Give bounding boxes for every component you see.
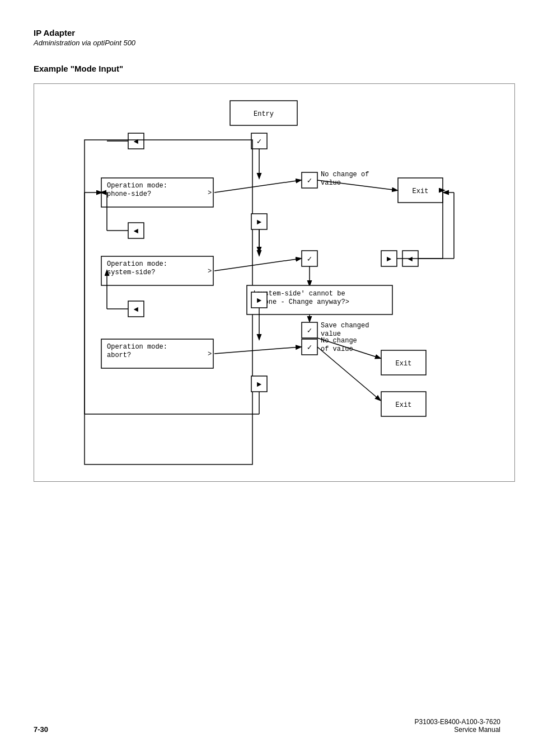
svg-text:system-side?: system-side?: [107, 269, 155, 276]
page-number: 7-30: [34, 725, 48, 734]
svg-text:✓: ✓: [307, 255, 312, 264]
svg-text:>: >: [208, 267, 212, 275]
svg-text:►: ►: [257, 296, 262, 305]
svg-text:►: ►: [257, 380, 262, 389]
svg-text:Exit: Exit: [396, 401, 412, 409]
svg-text:>: >: [208, 189, 212, 197]
svg-text:Operation mode:: Operation mode:: [107, 343, 167, 351]
header-title: IP Adapter: [34, 28, 500, 37]
svg-text:No change of: No change of: [321, 171, 369, 179]
svg-text:✓: ✓: [307, 176, 312, 185]
svg-line-17: [214, 180, 301, 192]
svg-text:Operation mode:: Operation mode:: [107, 182, 167, 190]
svg-text:Exit: Exit: [413, 187, 429, 195]
page: IP Adapter Administration via optiPoint …: [0, 0, 534, 756]
svg-text:◄: ◄: [134, 227, 139, 236]
svg-text:►: ►: [387, 255, 392, 264]
header-subtitle: Administration via optiPoint 500: [34, 39, 500, 47]
svg-text:✓: ✓: [307, 343, 312, 352]
doc-type: Service Manual: [415, 726, 500, 734]
svg-line-66: [214, 347, 301, 354]
svg-text:Operation mode:: Operation mode:: [107, 260, 167, 268]
svg-text:>: >: [208, 350, 212, 358]
section-title: Example "Mode Input": [34, 64, 500, 73]
svg-text:of value: of value: [321, 345, 353, 353]
footer-right: P31003-E8400-A100-3-7620 Service Manual: [415, 718, 500, 734]
svg-text:phone-side?: phone-side?: [107, 190, 151, 198]
svg-line-34: [214, 259, 301, 271]
diagram-svg: Entry ✓ ◄ Operation mode: phone-side? > …: [34, 84, 516, 481]
diagram-container: Entry ✓ ◄ Operation mode: phone-side? > …: [34, 83, 515, 482]
svg-text:Exit: Exit: [396, 360, 412, 368]
svg-text:✓: ✓: [257, 137, 261, 146]
svg-text:abort?: abort?: [107, 351, 131, 359]
svg-text:◄: ◄: [134, 305, 139, 314]
svg-text:No change: No change: [321, 337, 357, 345]
svg-text:◄: ◄: [408, 255, 413, 264]
svg-text:►: ►: [257, 218, 262, 227]
svg-text:✓: ✓: [307, 326, 312, 335]
svg-text:Save changed: Save changed: [321, 322, 369, 330]
footer: 7-30 P31003-E8400-A100-3-7620 Service Ma…: [34, 718, 500, 734]
entry-label: Entry: [254, 110, 274, 118]
svg-text:◄: ◄: [134, 137, 139, 146]
doc-number: P31003-E8400-A100-3-7620: [415, 718, 500, 726]
